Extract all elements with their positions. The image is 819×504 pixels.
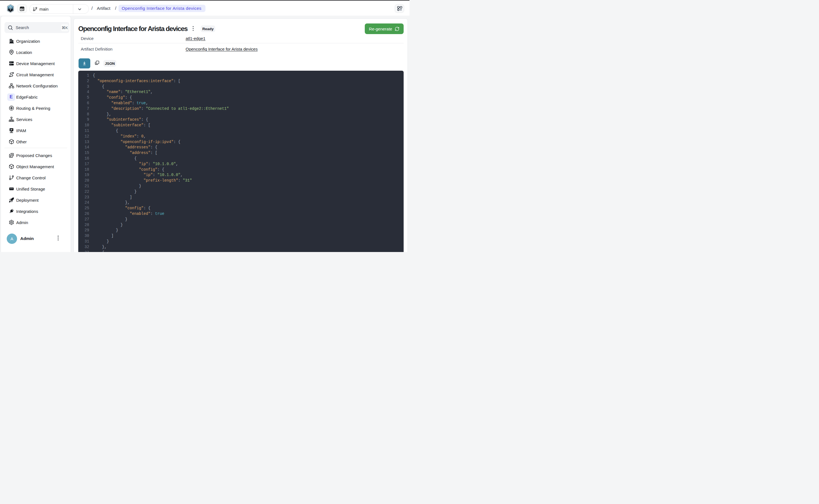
svg-text:IP: IP bbox=[11, 129, 13, 131]
